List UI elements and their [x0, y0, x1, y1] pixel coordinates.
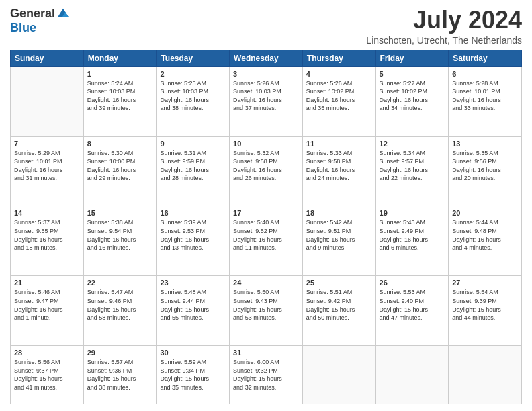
day-info: Sunrise: 5:44 AM Sunset: 9:48 PM Dayligh…: [452, 218, 518, 252]
title-section: July 2024 Linschoten, Utrecht, The Nethe…: [366, 7, 522, 46]
day-number: 30: [160, 349, 226, 357]
day-number: 1: [87, 70, 153, 78]
calendar-cell: 12Sunrise: 5:34 AM Sunset: 9:57 PM Dayli…: [375, 136, 449, 206]
day-info: Sunrise: 5:42 AM Sunset: 9:51 PM Dayligh…: [306, 218, 372, 252]
day-number: 6: [452, 70, 518, 78]
day-number: 3: [233, 70, 299, 78]
calendar-cell: [449, 346, 522, 404]
day-info: Sunrise: 5:39 AM Sunset: 9:53 PM Dayligh…: [160, 218, 226, 252]
day-number: 17: [233, 209, 299, 217]
header: General Blue July 2024 Linschoten, Utrec…: [10, 7, 522, 46]
day-number: 27: [452, 279, 518, 287]
day-info: Sunrise: 5:40 AM Sunset: 9:52 PM Dayligh…: [233, 218, 299, 252]
day-info: Sunrise: 5:47 AM Sunset: 9:46 PM Dayligh…: [87, 288, 153, 322]
day-info: Sunrise: 5:43 AM Sunset: 9:49 PM Dayligh…: [380, 218, 445, 252]
day-number: 2: [160, 70, 226, 78]
calendar-header-tuesday: Tuesday: [157, 50, 230, 66]
day-number: 7: [14, 140, 80, 148]
day-info: Sunrise: 5:54 AM Sunset: 9:39 PM Dayligh…: [452, 288, 518, 322]
calendar-cell: 11Sunrise: 5:33 AM Sunset: 9:58 PM Dayli…: [302, 136, 375, 206]
day-info: Sunrise: 5:28 AM Sunset: 10:01 PM Daylig…: [452, 79, 518, 113]
calendar-cell: 14Sunrise: 5:37 AM Sunset: 9:55 PM Dayli…: [11, 206, 84, 276]
calendar-header-row: SundayMondayTuesdayWednesdayThursdayFrid…: [11, 50, 522, 66]
day-number: 21: [14, 279, 80, 287]
calendar-cell: 27Sunrise: 5:54 AM Sunset: 9:39 PM Dayli…: [449, 276, 522, 346]
calendar-cell: 25Sunrise: 5:51 AM Sunset: 9:42 PM Dayli…: [302, 276, 375, 346]
day-info: Sunrise: 5:33 AM Sunset: 9:58 PM Dayligh…: [306, 149, 372, 183]
calendar-cell: 6Sunrise: 5:28 AM Sunset: 10:01 PM Dayli…: [449, 66, 522, 136]
day-number: 31: [233, 349, 299, 357]
calendar-table: SundayMondayTuesdayWednesdayThursdayFrid…: [10, 50, 522, 404]
calendar-cell: 29Sunrise: 5:57 AM Sunset: 9:36 PM Dayli…: [83, 346, 157, 404]
calendar-cell: 20Sunrise: 5:44 AM Sunset: 9:48 PM Dayli…: [449, 206, 522, 276]
calendar-header-wednesday: Wednesday: [230, 50, 303, 66]
day-number: 9: [160, 140, 226, 148]
calendar-cell: 7Sunrise: 5:29 AM Sunset: 10:01 PM Dayli…: [11, 136, 84, 206]
day-number: 4: [306, 70, 372, 78]
day-number: 25: [306, 279, 372, 287]
calendar-week-row: 14Sunrise: 5:37 AM Sunset: 9:55 PM Dayli…: [11, 206, 522, 276]
day-number: 8: [87, 140, 153, 148]
calendar-header-sunday: Sunday: [11, 50, 84, 66]
calendar-week-row: 1Sunrise: 5:24 AM Sunset: 10:03 PM Dayli…: [11, 66, 522, 136]
day-info: Sunrise: 5:51 AM Sunset: 9:42 PM Dayligh…: [306, 288, 372, 322]
calendar-cell: 4Sunrise: 5:26 AM Sunset: 10:02 PM Dayli…: [302, 66, 375, 136]
calendar-cell: 24Sunrise: 5:50 AM Sunset: 9:43 PM Dayli…: [230, 276, 303, 346]
calendar-cell: 23Sunrise: 5:48 AM Sunset: 9:44 PM Dayli…: [157, 276, 230, 346]
day-number: 23: [160, 279, 226, 287]
day-number: 26: [380, 279, 445, 287]
day-number: 18: [306, 209, 372, 217]
day-info: Sunrise: 5:25 AM Sunset: 10:03 PM Daylig…: [160, 79, 226, 113]
calendar-cell: 31Sunrise: 6:00 AM Sunset: 9:32 PM Dayli…: [230, 346, 303, 404]
location: Linschoten, Utrecht, The Netherlands: [366, 35, 522, 46]
day-info: Sunrise: 5:34 AM Sunset: 9:57 PM Dayligh…: [380, 149, 445, 183]
day-number: 15: [87, 209, 153, 217]
day-number: 10: [233, 140, 299, 148]
day-number: 24: [233, 279, 299, 287]
day-info: Sunrise: 5:24 AM Sunset: 10:03 PM Daylig…: [87, 79, 153, 113]
logo-icon: [56, 7, 70, 21]
calendar-cell: 22Sunrise: 5:47 AM Sunset: 9:46 PM Dayli…: [83, 276, 157, 346]
day-info: Sunrise: 5:59 AM Sunset: 9:34 PM Dayligh…: [160, 358, 226, 392]
day-number: 13: [452, 140, 518, 148]
calendar-cell: 28Sunrise: 5:56 AM Sunset: 9:37 PM Dayli…: [11, 346, 84, 404]
day-info: Sunrise: 5:37 AM Sunset: 9:55 PM Dayligh…: [14, 218, 80, 252]
calendar-header-thursday: Thursday: [302, 50, 375, 66]
logo: General Blue: [10, 7, 70, 35]
month-year: July 2024: [366, 7, 522, 34]
calendar-cell: 8Sunrise: 5:30 AM Sunset: 10:00 PM Dayli…: [83, 136, 157, 206]
calendar-cell: 2Sunrise: 5:25 AM Sunset: 10:03 PM Dayli…: [157, 66, 230, 136]
calendar-header-friday: Friday: [375, 50, 449, 66]
calendar-cell: 16Sunrise: 5:39 AM Sunset: 9:53 PM Dayli…: [157, 206, 230, 276]
calendar-cell: [11, 66, 84, 136]
day-info: Sunrise: 5:35 AM Sunset: 9:56 PM Dayligh…: [452, 149, 518, 183]
calendar-cell: 26Sunrise: 5:53 AM Sunset: 9:40 PM Dayli…: [375, 276, 449, 346]
calendar-cell: 5Sunrise: 5:27 AM Sunset: 10:02 PM Dayli…: [375, 66, 449, 136]
calendar-cell: 30Sunrise: 5:59 AM Sunset: 9:34 PM Dayli…: [157, 346, 230, 404]
calendar-cell: 13Sunrise: 5:35 AM Sunset: 9:56 PM Dayli…: [449, 136, 522, 206]
calendar-cell: 21Sunrise: 5:46 AM Sunset: 9:47 PM Dayli…: [11, 276, 84, 346]
calendar-header-monday: Monday: [83, 50, 157, 66]
day-info: Sunrise: 5:56 AM Sunset: 9:37 PM Dayligh…: [14, 358, 80, 392]
calendar-cell: 9Sunrise: 5:31 AM Sunset: 9:59 PM Daylig…: [157, 136, 230, 206]
calendar-cell: 3Sunrise: 5:26 AM Sunset: 10:03 PM Dayli…: [230, 66, 303, 136]
day-number: 19: [380, 209, 445, 217]
calendar-cell: 10Sunrise: 5:32 AM Sunset: 9:58 PM Dayli…: [230, 136, 303, 206]
day-info: Sunrise: 5:50 AM Sunset: 9:43 PM Dayligh…: [233, 288, 299, 322]
day-number: 5: [380, 70, 445, 78]
calendar-cell: 15Sunrise: 5:38 AM Sunset: 9:54 PM Dayli…: [83, 206, 157, 276]
calendar-week-row: 7Sunrise: 5:29 AM Sunset: 10:01 PM Dayli…: [11, 136, 522, 206]
day-info: Sunrise: 5:32 AM Sunset: 9:58 PM Dayligh…: [233, 149, 299, 183]
day-number: 28: [14, 349, 80, 357]
logo-general-text: General: [10, 7, 55, 21]
calendar-cell: 17Sunrise: 5:40 AM Sunset: 9:52 PM Dayli…: [230, 206, 303, 276]
day-info: Sunrise: 5:48 AM Sunset: 9:44 PM Dayligh…: [160, 288, 226, 322]
day-info: Sunrise: 5:31 AM Sunset: 9:59 PM Dayligh…: [160, 149, 226, 183]
calendar-header-saturday: Saturday: [449, 50, 522, 66]
day-number: 29: [87, 349, 153, 357]
day-info: Sunrise: 5:26 AM Sunset: 10:02 PM Daylig…: [306, 79, 372, 113]
day-info: Sunrise: 5:29 AM Sunset: 10:01 PM Daylig…: [14, 149, 80, 183]
day-info: Sunrise: 6:00 AM Sunset: 9:32 PM Dayligh…: [233, 358, 299, 392]
page: General Blue July 2024 Linschoten, Utrec…: [0, 0, 532, 411]
calendar-cell: 1Sunrise: 5:24 AM Sunset: 10:03 PM Dayli…: [83, 66, 157, 136]
